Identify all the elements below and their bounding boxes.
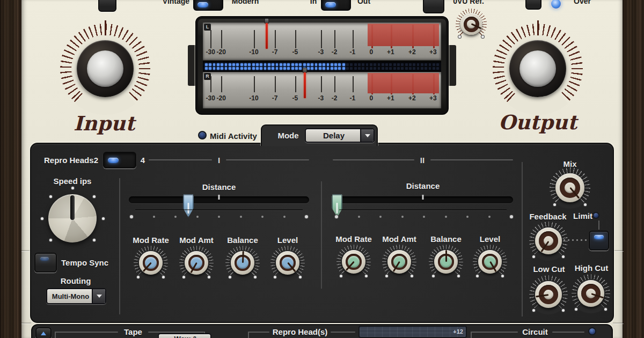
divider-line xyxy=(430,159,513,160)
meter-tick xyxy=(254,30,255,48)
input-knob[interactable] xyxy=(60,24,150,114)
led-cell xyxy=(236,67,239,70)
led-cell xyxy=(397,63,400,66)
mix-knob[interactable] xyxy=(550,167,590,208)
led-cell xyxy=(327,67,330,70)
knob-min-dot xyxy=(458,35,461,38)
knob-min-dot xyxy=(532,309,535,312)
led-cell xyxy=(287,67,290,70)
section2-mod-amt-label: Mod Amt xyxy=(382,234,416,244)
feedback-label: Feedback xyxy=(529,212,566,221)
led-cell xyxy=(354,63,357,66)
led-cell xyxy=(362,63,364,66)
led-cell xyxy=(409,63,412,66)
led-cell xyxy=(299,63,302,66)
slider-dot xyxy=(240,216,242,218)
in-out-toggle[interactable] xyxy=(321,0,351,11)
slider-dot xyxy=(153,216,155,218)
eq-gain-value: +12 xyxy=(453,328,463,335)
output-knob[interactable] xyxy=(493,24,583,114)
chevron-down-icon xyxy=(92,289,105,303)
meter-tick-label: -20 xyxy=(217,94,226,102)
ovu-ref-knob[interactable] xyxy=(456,9,487,40)
knob-max-dot xyxy=(254,276,257,278)
feedback-knob[interactable] xyxy=(529,222,568,260)
correlation-led-band xyxy=(203,61,441,72)
knob-max-dot xyxy=(604,308,607,311)
routing-dropdown[interactable]: Multi-Mono xyxy=(46,288,106,304)
section1-mod-rate-knob[interactable] xyxy=(134,246,168,280)
meter-tick xyxy=(210,30,211,48)
vertical-divider xyxy=(522,162,523,317)
mode-value: Delay xyxy=(306,129,362,142)
section2-distance-slider[interactable] xyxy=(333,196,513,203)
vintage-modern-toggle[interactable] xyxy=(193,0,223,11)
section1-mod-amt-knob[interactable] xyxy=(179,246,214,280)
slider-dot xyxy=(379,216,382,218)
led-cell xyxy=(433,63,435,66)
low-cut-knob[interactable] xyxy=(529,275,568,314)
led-cell xyxy=(409,67,412,70)
section2-balance-knob[interactable] xyxy=(429,245,463,279)
led-cell xyxy=(217,63,219,66)
section2-mod-amt-knob[interactable] xyxy=(382,245,416,279)
panel-seam xyxy=(613,250,624,251)
led-cell xyxy=(213,67,216,70)
led-cell xyxy=(425,67,427,70)
top-mid-button[interactable] xyxy=(423,0,444,13)
high-cut-knob[interactable] xyxy=(572,274,610,313)
meter-tick-label: -10 xyxy=(249,48,258,56)
meter-tick xyxy=(353,30,354,48)
led-cell xyxy=(366,67,369,70)
led-cell xyxy=(291,67,294,70)
knob-dot xyxy=(93,195,96,198)
repro-eq-display[interactable]: +12 xyxy=(358,326,467,338)
led-cell xyxy=(358,67,361,70)
led-cell xyxy=(205,63,208,66)
limit-button[interactable] xyxy=(589,231,609,251)
led-cell xyxy=(334,67,337,70)
section2-mod-rate-knob[interactable] xyxy=(336,245,371,279)
led-cell xyxy=(382,63,384,66)
slider-dot xyxy=(488,216,491,218)
knob-max-dot xyxy=(457,275,460,277)
circuit-section-label: Circuit xyxy=(522,327,548,336)
led-cell xyxy=(338,63,341,66)
led-cell xyxy=(401,63,404,66)
section1-mod-rate-label: Mod Rate xyxy=(133,236,169,245)
speed-ips-knob[interactable] xyxy=(40,186,105,251)
led-cell xyxy=(374,67,376,70)
mode-dropdown[interactable]: Delay xyxy=(305,128,375,143)
meter-tick xyxy=(275,76,276,92)
led-cell xyxy=(303,63,306,66)
led-cell xyxy=(429,67,431,70)
led-cell xyxy=(366,63,369,66)
led-cell xyxy=(405,63,408,66)
vertical-divider xyxy=(119,178,120,314)
wood-rail-right xyxy=(623,0,644,338)
meter-tick xyxy=(221,30,222,48)
toggle-led xyxy=(325,2,336,8)
slider-dot xyxy=(218,216,220,218)
divider-line xyxy=(226,159,309,160)
section1-distance-slider[interactable] xyxy=(129,196,309,203)
collapse-button[interactable] xyxy=(35,327,52,338)
wow-flutter-dropdown[interactable]: Wow & xyxy=(158,333,211,338)
led-cell xyxy=(272,67,274,70)
divider-line xyxy=(333,159,414,160)
led-cell xyxy=(209,67,211,70)
repro-heads-toggle[interactable] xyxy=(103,152,136,168)
section2-level-knob[interactable] xyxy=(473,245,507,279)
led-cell xyxy=(236,63,239,66)
limit-label: Limit xyxy=(573,211,592,221)
slider-dot xyxy=(445,216,447,218)
toggle-led xyxy=(594,235,604,239)
section1-level-knob[interactable] xyxy=(270,246,305,280)
led-cell xyxy=(436,67,439,70)
meter-tick-label: -2 xyxy=(332,48,338,56)
tempo-sync-button[interactable] xyxy=(34,253,57,273)
top-left-button[interactable] xyxy=(98,0,116,12)
section1-balance-knob[interactable] xyxy=(225,246,260,280)
led-cell xyxy=(229,63,231,66)
top-right-button[interactable] xyxy=(525,0,541,10)
